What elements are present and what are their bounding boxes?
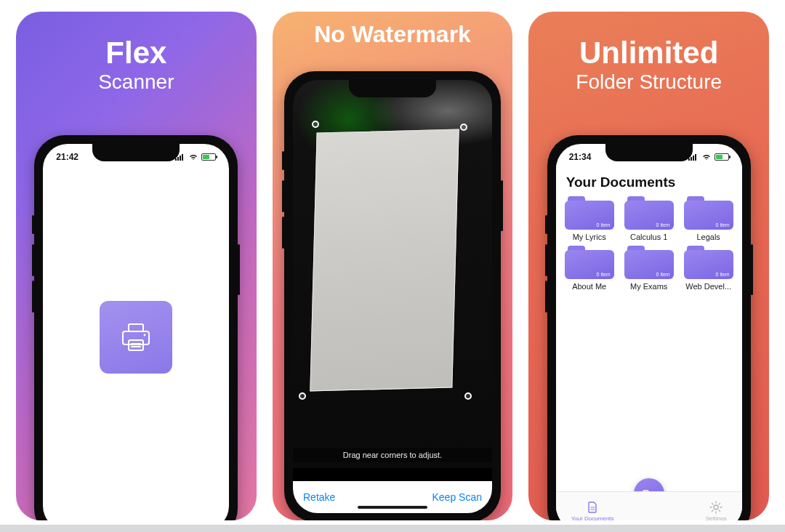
promo-card-2: No Watermark Drag near corners to adjust… — [273, 12, 513, 520]
crop-handle-tr[interactable] — [460, 124, 467, 131]
svg-point-5 — [144, 334, 146, 336]
folder-count: 0 item — [716, 222, 730, 227]
tab-bar: Your Documents Settings — [556, 491, 742, 520]
svg-rect-1 — [129, 324, 143, 331]
folder-label: My Lyrics — [562, 233, 617, 241]
folder-icon: 0 item — [565, 196, 614, 230]
battery-icon — [201, 153, 216, 161]
documents-header: Your Documents — [556, 164, 742, 196]
folder-icon: 0 item — [684, 196, 733, 230]
status-time: 21:34 — [569, 152, 592, 162]
keep-scan-button[interactable]: Keep Scan — [432, 491, 483, 503]
app-icon — [100, 301, 172, 374]
document-icon — [586, 501, 599, 514]
folder-item[interactable]: 0 itemCalculus 1 — [621, 196, 677, 241]
card3-subtitle: Folder Structure — [576, 70, 722, 94]
promo-card-3: Unlimited Folder Structure 21:34 Your Do… — [528, 12, 769, 520]
folder-item[interactable]: 0 itemMy Lyrics — [562, 196, 617, 241]
notch — [349, 80, 436, 97]
page-footer-shadow — [0, 525, 785, 532]
crop-handle-bl[interactable] — [299, 392, 306, 400]
card1-subtitle: Scanner — [98, 70, 174, 94]
card3-title: Unlimited — [576, 36, 722, 69]
svg-rect-2 — [129, 340, 143, 350]
retake-button[interactable]: Retake — [303, 491, 335, 503]
folder-item[interactable]: 0 itemLegals — [681, 196, 736, 241]
card1-title-block: Flex Scanner — [98, 36, 174, 94]
folder-icon: 0 item — [624, 196, 674, 230]
folder-icon: 0 item — [624, 246, 674, 279]
folder-count: 0 item — [656, 272, 670, 277]
printer-icon — [116, 317, 156, 358]
folders-grid: 0 itemMy Lyrics0 itemCalculus 10 itemLeg… — [556, 196, 742, 291]
documents-screen: Your Documents 0 itemMy Lyrics0 itemCalc… — [556, 164, 742, 520]
crop-handle-tl[interactable] — [312, 121, 319, 128]
phone-mockup-2: Drag near corners to adjust. Retake Keep… — [284, 71, 501, 520]
scanned-paper — [310, 129, 459, 391]
notch — [92, 144, 180, 161]
status-time: 21:42 — [56, 152, 78, 162]
screenshot-row: Flex Scanner 21:42 — [0, 0, 785, 520]
folder-label: My Exams — [621, 282, 677, 291]
folder-label: About Me — [562, 282, 617, 291]
folder-label: Web Devel... — [681, 282, 736, 291]
card1-title: Flex — [98, 36, 174, 69]
folder-label: Legals — [681, 233, 736, 241]
folder-item[interactable]: 0 itemAbout Me — [562, 246, 617, 291]
folder-count: 0 item — [656, 222, 670, 227]
folder-label: Calculus 1 — [621, 233, 677, 241]
wifi-icon — [188, 153, 198, 161]
tab-settings-label: Settings — [706, 515, 727, 520]
crop-handle-br[interactable] — [464, 392, 472, 400]
phone-mockup-3: 21:34 Your Documents 0 itemMy Lyrics0 it… — [547, 135, 751, 520]
gear-icon — [709, 501, 722, 514]
card2-title-block: No Watermark — [314, 22, 471, 47]
scan-hint: Drag near corners to adjust. — [293, 448, 492, 462]
splash-screen — [43, 144, 229, 520]
home-indicator[interactable] — [358, 506, 427, 509]
wifi-icon — [701, 153, 712, 161]
tab-documents-label: Your Documents — [571, 515, 614, 520]
svg-point-6 — [714, 505, 718, 509]
folder-count: 0 item — [597, 272, 611, 277]
folder-item[interactable]: 0 itemWeb Devel... — [681, 246, 736, 291]
card3-title-block: Unlimited Folder Structure — [576, 36, 722, 94]
phone-mockup-1: 21:42 — [34, 135, 238, 520]
promo-card-1: Flex Scanner 21:42 — [16, 12, 257, 520]
folder-count: 0 item — [597, 222, 611, 227]
battery-icon — [714, 153, 729, 161]
card2-title: No Watermark — [314, 22, 471, 47]
folder-count: 0 item — [716, 272, 730, 277]
tab-settings[interactable]: Settings — [706, 501, 727, 520]
notch — [605, 144, 693, 161]
scan-viewport[interactable]: Drag near corners to adjust. — [293, 80, 492, 468]
folder-icon: 0 item — [684, 246, 733, 279]
folder-icon: 0 item — [565, 246, 614, 279]
tab-documents[interactable]: Your Documents — [571, 501, 614, 520]
folder-item[interactable]: 0 itemMy Exams — [621, 246, 677, 291]
